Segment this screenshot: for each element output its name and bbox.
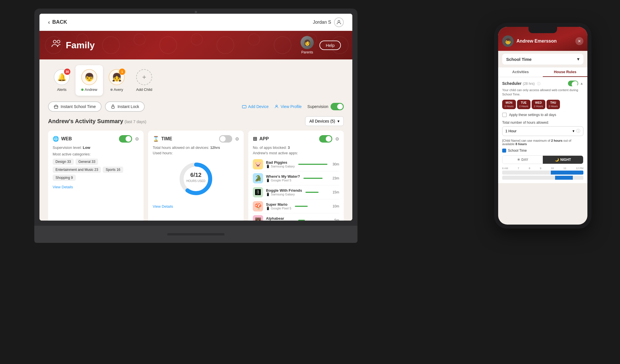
tl-10: 10 — [551, 167, 554, 170]
apply-all-checkbox[interactable] — [502, 113, 507, 117]
day-tue[interactable]: TUE 2 Hours — [517, 100, 531, 109]
supervision-toggle[interactable] — [331, 103, 344, 110]
hours-chevron-icon: ▾ — [573, 129, 575, 133]
andrew-status-dot — [81, 89, 84, 91]
apply-all-group: Apply these settings to all days — [502, 113, 583, 117]
device-selector[interactable]: All Devices (5) ▾ — [305, 116, 344, 126]
hours-info-bold: 2 hours — [551, 139, 563, 142]
phone-screen: 👦 Andrew Emersson ✕ School Time ▾ Activi… — [498, 27, 587, 225]
activity-title-group: Andrew's Activity Summary (last 7 days) — [48, 118, 146, 125]
day-tue-label: TUE — [521, 101, 526, 104]
app-name-boggle: Boggle With Friends — [266, 188, 302, 193]
day-button[interactable]: ☀ DAY — [502, 156, 543, 164]
cat-design: Design 33 — [53, 159, 74, 165]
app-details-badpiggies: Bad Piggies 📱 Samsung Galaxy — [266, 160, 295, 168]
tab-add-child[interactable]: + Add Child — [130, 65, 158, 96]
app-card-title: ⊞ APP — [253, 136, 269, 142]
scheduler-header: Scheduler (28 hrs) ⓘ ▲ — [502, 81, 583, 86]
instant-lock-button[interactable]: Instant Lock — [105, 101, 145, 112]
tl-12pm: 12 PM — [576, 167, 583, 170]
instant-school-time-button[interactable]: Instant School Time — [48, 101, 102, 112]
scheduler-desc: Your child can only access allowed web c… — [502, 88, 583, 97]
web-gear-icon[interactable]: ⚙ — [135, 136, 139, 142]
day-thu[interactable]: THU 2 Hours — [547, 100, 560, 109]
avery-badge: 1 — [119, 69, 125, 75]
blocked-count-label: No. of apps blocked: 3 — [253, 145, 339, 150]
web-card-controls: ⚙ — [119, 135, 139, 143]
tab-andrew[interactable]: 👦 Andrew — [75, 65, 103, 96]
tl-9: 9 — [540, 167, 541, 170]
time-card-header: ⌛ TIME ⚙ — [153, 135, 239, 143]
phone-close-button[interactable]: ✕ — [575, 37, 583, 45]
app-time-alphabear: 5m — [334, 218, 339, 221]
web-view-details[interactable]: View Details — [53, 185, 139, 189]
day-mon-hours: 2 Hours — [504, 105, 514, 108]
time-toggle[interactable] — [219, 135, 232, 143]
day-wed[interactable]: WED 2 Hours — [532, 100, 545, 109]
parents-button[interactable]: 👩 Parents — [301, 36, 314, 54]
blocked-count: 3 — [288, 145, 290, 150]
scheduler-toggle[interactable] — [568, 81, 578, 86]
scheduler-title: Scheduler — [502, 81, 522, 86]
help-button[interactable]: Help — [319, 41, 341, 50]
app-icon-alphabear: 🐻 — [253, 215, 263, 221]
supervision-toggle-group: Supervision — [307, 103, 344, 110]
used-hours-label: Used hours: — [153, 151, 239, 155]
night-label: NIGHT — [560, 158, 571, 162]
cat-general: General 33 — [75, 159, 98, 165]
scheduler-expand-icon[interactable]: ▲ — [580, 81, 583, 85]
cat-shopping: Shopping 9 — [53, 175, 76, 181]
phone-dropdown[interactable]: School Time ▾ — [502, 54, 583, 65]
hours-select-controls: ▾ ⓘ — [573, 129, 580, 134]
app-icon-header: ⊞ — [253, 136, 257, 142]
day-mon[interactable]: MON 2 Hours — [502, 100, 516, 109]
device-selector-label: All Devices (5) — [309, 119, 335, 123]
night-button[interactable]: 🌙 NIGHT — [543, 156, 583, 164]
day-thu-label: THU — [550, 101, 556, 104]
phone: 👦 Andrew Emersson ✕ School Time ▾ Activi… — [494, 23, 591, 229]
tl-blue1 — [551, 171, 567, 175]
app-info-mario: 🍄 Super Mario 📱 Google Pixel 5 — [253, 201, 291, 211]
phone-tab-house-rules[interactable]: House Rules — [543, 67, 587, 77]
back-button[interactable]: ‹ BACK — [48, 19, 67, 25]
time-view-details[interactable]: View Details — [153, 204, 239, 209]
view-profile-link[interactable]: View Profile — [274, 104, 302, 109]
camera — [195, 11, 197, 13]
user-name: Jordan S — [313, 20, 331, 25]
tab-alerts[interactable]: 🔔 30 Alerts — [48, 65, 75, 96]
cards-row: 🌐 WEB ⚙ Supervision level: Low — [48, 131, 344, 221]
time-title-label: TIME — [161, 136, 172, 141]
app-info-water: 🐊 Where's My Water? 📱 Google Pixel 5 — [253, 173, 300, 183]
tl2-empty1 — [502, 176, 555, 180]
time-gear-icon[interactable]: ⚙ — [235, 136, 239, 142]
tab-avery[interactable]: 👧 1 Avery — [103, 65, 130, 96]
phone-user-name-group: Andrew Emersson — [516, 39, 557, 44]
laptop: ‹ BACK Jordan S — [34, 9, 357, 243]
activity-area: Andrew's Activity Summary (last 7 days) … — [39, 116, 352, 221]
app-item-water: 🐊 Where's My Water? 📱 Google Pixel 5 — [253, 171, 339, 185]
app-info-badpiggies: 🐷 Bad Piggies 📱 Samsung Galaxy — [253, 159, 295, 169]
hours-select[interactable]: 1 Hour ▾ ⓘ — [502, 126, 583, 136]
scheduler-title-group: Scheduler (28 hrs) ⓘ — [502, 81, 540, 86]
tl-blue2 — [567, 171, 575, 175]
app-card-controls: ⚙ — [319, 135, 339, 143]
total-hours-label: Total hours allowed on all devices: 12hr… — [153, 145, 239, 150]
andrew-avatar: 👦 — [81, 69, 97, 85]
phone-user-avatar: 👦 — [502, 35, 514, 47]
laptop-body: ‹ BACK Jordan S — [34, 9, 357, 226]
user-avatar[interactable] — [334, 17, 344, 27]
web-toggle[interactable] — [119, 135, 132, 143]
alerts-badge: 30 — [64, 69, 70, 75]
svg-rect-4 — [112, 106, 114, 108]
app-gear-icon[interactable]: ⚙ — [335, 136, 339, 142]
phone-tab-activities[interactable]: Activities — [498, 67, 543, 77]
activity-title: Andrew's Activity Summary — [48, 118, 123, 124]
apply-all-label: Apply these settings to all days — [509, 113, 556, 117]
app-device-boggle: 📱 Samsung Galaxy — [266, 193, 302, 196]
app-item-mario: 🍄 Super Mario 📱 Google Pixel 5 — [253, 199, 339, 213]
app-toggle[interactable] — [319, 135, 332, 143]
moon-icon: 🌙 — [555, 158, 559, 162]
add-device-link[interactable]: Add Device — [242, 104, 269, 109]
web-card-title: 🌐 WEB — [53, 136, 72, 142]
day-thu-hours: 2 Hours — [549, 105, 558, 108]
